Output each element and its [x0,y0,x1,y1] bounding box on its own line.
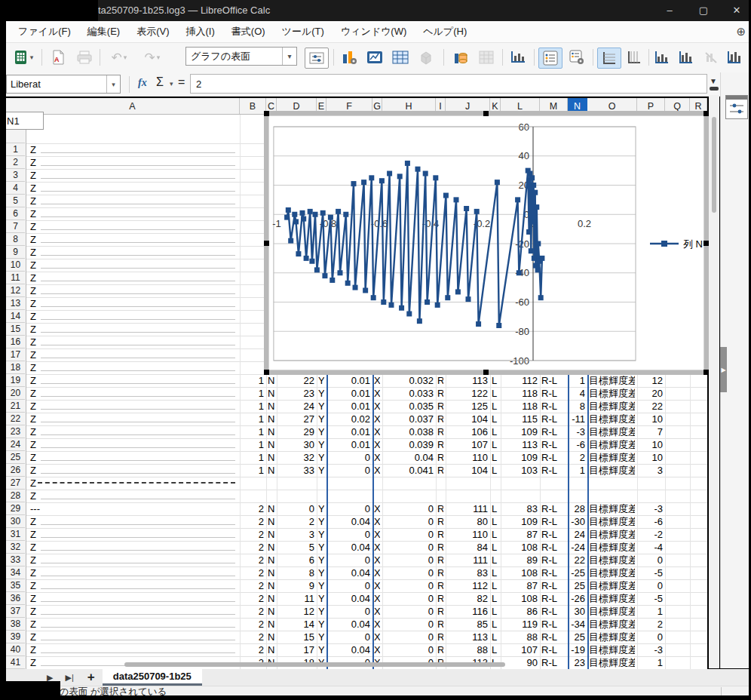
cell-G20[interactable]: X [374,387,380,400]
cell-D35[interactable]: 9 [278,579,314,592]
cell-I19[interactable]: R [437,374,443,387]
cell-I22[interactable]: R [437,413,443,425]
cell-O20[interactable]: 目標輝度差 [589,387,635,400]
equals-button[interactable]: = [178,75,185,89]
row-header-33[interactable]: 33 [6,554,25,566]
cell-M39[interactable]: R-L [541,631,566,643]
cell-P24[interactable]: 10 [639,438,663,451]
data-point-marker[interactable] [343,212,348,217]
cell-N41[interactable]: 23 [569,656,585,669]
cell-P32[interactable]: -4 [639,541,663,554]
data-point-marker[interactable] [529,175,535,180]
selection-handle[interactable] [483,370,489,375]
maximize-button[interactable]: ▢ [691,3,716,18]
data-point-marker[interactable] [445,295,450,300]
cell-P19[interactable]: 12 [639,374,663,387]
cell-D37[interactable]: 12 [278,605,314,618]
data-point-marker[interactable] [351,181,357,186]
cell-A1[interactable]: Z [30,143,238,156]
row-header-21[interactable]: 21 [6,400,25,413]
chevron-down-icon[interactable]: ▾ [106,75,120,93]
cell-N20[interactable]: 4 [569,387,585,400]
cell-N36[interactable]: -26 [569,592,585,605]
cell-I24[interactable]: R [437,438,443,451]
row-header-9[interactable]: 9 [6,246,25,259]
cell-M35[interactable]: R-L [541,579,566,592]
data-point-marker[interactable] [529,248,534,253]
cell-G31[interactable]: X [374,528,380,541]
cell-H25[interactable]: 0.04 [384,451,434,464]
cell-K31[interactable]: L [492,528,498,541]
data-point-marker[interactable] [328,215,333,220]
row-header-40[interactable]: 40 [6,643,25,656]
cell-K20[interactable]: L [492,387,498,400]
dropdown-icon[interactable]: ▾ [30,54,34,61]
cell-L31[interactable]: 87 [502,528,538,541]
cell-I31[interactable]: R [437,528,443,541]
cell-O22[interactable]: 目標輝度差 [589,413,635,425]
close-button[interactable]: ✕ [724,3,749,18]
row-header-19[interactable]: 19 [6,374,25,387]
cell-C20[interactable]: N [268,387,274,400]
last-sheet-button[interactable]: ▶| [59,673,79,683]
data-point-marker[interactable] [515,197,520,202]
globe-icon[interactable]: ⊕ [736,25,746,38]
row-header-30[interactable]: 30 [6,515,25,528]
selection-handle[interactable] [264,241,269,246]
row-header-4[interactable]: 4 [6,182,25,195]
cell-P29[interactable]: -3 [639,502,663,515]
cell-H23[interactable]: 0.038 [384,425,434,438]
cell-A33[interactable]: Z [30,554,238,566]
cell-I25[interactable]: R [437,451,443,464]
formula-input[interactable]: 2 [190,74,707,94]
row-header-36[interactable]: 36 [6,592,25,605]
cell-J37[interactable]: 116 [447,605,488,618]
function-wizard-button[interactable]: fx [138,77,147,89]
cell-L39[interactable]: 88 [502,631,538,643]
name-box[interactable]: N1 [0,112,44,130]
data-point-marker[interactable] [361,180,366,185]
row-header-5[interactable]: 5 [6,195,25,207]
menu-item-1[interactable]: 編集(E) [80,23,127,41]
cell-H35[interactable]: 0 [384,579,434,592]
cell-D33[interactable]: 6 [278,554,314,566]
vertical-split-handle[interactable] [710,87,719,91]
cell-D19[interactable]: 22 [278,374,314,387]
cell-M21[interactable]: R-L [541,400,566,413]
cell-M40[interactable]: R-L [541,643,566,656]
cell-O36[interactable]: 目標輝度差 [589,592,635,605]
data-point-marker[interactable] [300,210,305,216]
cell-E34[interactable]: Y [318,566,324,579]
cell-P30[interactable]: -6 [639,515,663,528]
cell-L36[interactable]: 108 [502,592,538,605]
row-header-13[interactable]: 13 [6,297,25,310]
font-name-box[interactable]: Liberat ▾ [6,75,121,94]
cell-I26[interactable]: R [437,464,443,477]
cell-L24[interactable]: 113 [502,438,538,451]
cell-G35[interactable]: X [374,579,380,592]
cell-O34[interactable]: 目標輝度差 [589,566,635,579]
data-point-marker[interactable] [286,207,291,213]
data-series-button[interactable] [449,48,472,67]
row-header-14[interactable]: 14 [6,310,25,323]
cell-A3[interactable]: Z [30,169,238,182]
cell-E21[interactable]: Y [318,400,324,413]
cell-O37[interactable]: 目標輝度差 [589,605,635,618]
cell-E25[interactable]: Y [318,451,324,464]
cell-K37[interactable]: L [492,605,498,618]
cell-J35[interactable]: 112 [447,579,488,592]
cell-K39[interactable]: L [492,631,498,643]
data-point-marker[interactable] [330,278,335,283]
cell-H40[interactable]: 0 [384,643,434,656]
cell-M38[interactable]: R-L [541,618,566,631]
data-point-marker[interactable] [288,238,293,244]
cell-H20[interactable]: 0.033 [384,387,434,400]
cell-N24[interactable]: -6 [569,438,585,451]
cell-A37[interactable]: Z [30,605,238,618]
cell-I20[interactable]: R [437,387,443,400]
cell-M22[interactable]: R-L [541,413,566,425]
cell-O33[interactable]: 目標輝度差 [589,554,635,566]
cell-N37[interactable]: 30 [569,605,585,618]
cell-N35[interactable]: 25 [569,579,585,592]
cell-A18[interactable]: Z [30,361,238,374]
